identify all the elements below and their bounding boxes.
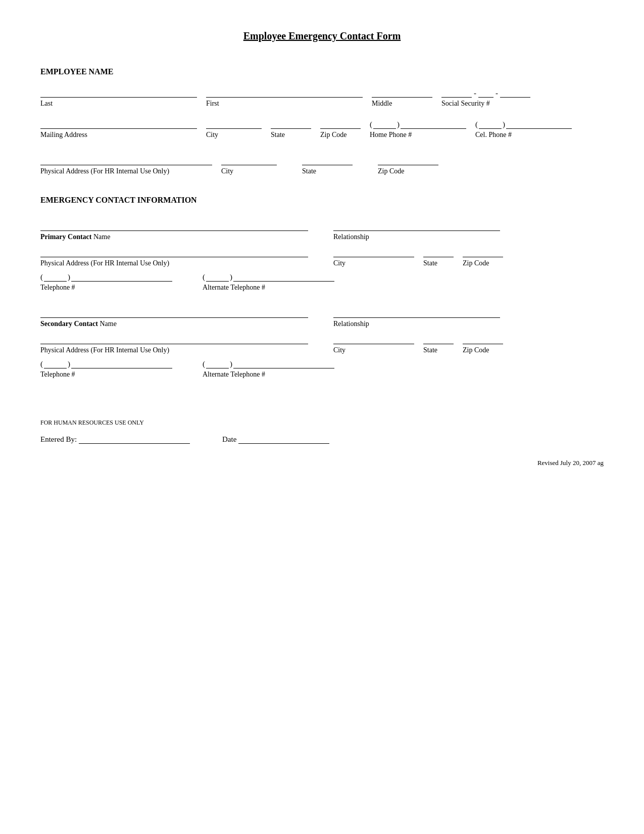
primary-alt-tel-number bbox=[233, 272, 334, 282]
physical-zip-field: Zip Code bbox=[378, 154, 438, 175]
middle-name-line[interactable] bbox=[372, 86, 432, 98]
secondary-physical-label: Physical Address (For HR Internal Use On… bbox=[40, 346, 308, 354]
cel-phone-field: ( ) Cel. Phone # bbox=[475, 120, 572, 139]
primary-state-label: State bbox=[423, 259, 454, 267]
ssn-line[interactable]: - - bbox=[441, 88, 548, 98]
secondary-contact-name-row: Secondary Contact Name Relationship bbox=[40, 307, 604, 328]
secondary-telephone-wrap: ( ) Telephone # bbox=[40, 359, 172, 379]
secondary-alt-tel-paren-close: ) bbox=[230, 360, 232, 368]
secondary-alt-telephone-label: Alternate Telephone # bbox=[203, 370, 334, 379]
hr-row: Entered By: Date bbox=[40, 434, 604, 444]
primary-telephone-line[interactable]: ( ) bbox=[40, 272, 172, 282]
mailing-city-field: City bbox=[206, 118, 262, 139]
primary-contact-name-word: Name bbox=[93, 233, 110, 241]
physical-zip-line[interactable] bbox=[378, 154, 438, 165]
mailing-row: Mailing Address City State Zip Code ( ) … bbox=[40, 118, 604, 139]
secondary-state-line[interactable] bbox=[423, 333, 454, 344]
primary-zip-label: Zip Code bbox=[463, 259, 503, 267]
primary-city-line[interactable] bbox=[333, 246, 414, 257]
page-title: Employee Emergency Contact Form bbox=[40, 30, 604, 42]
ssn-part1 bbox=[441, 88, 472, 98]
secondary-contact-name-label: Secondary Contact Name bbox=[40, 320, 308, 328]
ssn-part3 bbox=[500, 88, 530, 98]
secondary-tel-paren-open: ( bbox=[40, 360, 43, 368]
primary-telephone-label: Telephone # bbox=[40, 284, 172, 292]
secondary-physical-field: Physical Address (For HR Internal Use On… bbox=[40, 333, 308, 354]
secondary-city-line[interactable] bbox=[333, 333, 414, 344]
primary-physical-line[interactable] bbox=[40, 246, 308, 257]
ssn-dash1: - bbox=[474, 89, 476, 98]
primary-state-field: State bbox=[423, 246, 454, 267]
primary-contact-name-field: Primary Contact Name bbox=[40, 220, 308, 241]
cel-phone-line[interactable]: ( ) bbox=[475, 120, 572, 129]
primary-alt-tel-paren-close: ) bbox=[230, 273, 232, 282]
primary-relationship-line[interactable] bbox=[333, 220, 500, 231]
mailing-state-line[interactable] bbox=[271, 118, 311, 129]
secondary-telephone-line[interactable]: ( ) bbox=[40, 359, 172, 368]
date-field: Date bbox=[222, 434, 338, 444]
ssn-field: - - Social Security # bbox=[441, 88, 548, 108]
primary-zip-field: Zip Code bbox=[463, 246, 503, 267]
physical-address-label: Physical Address (For HR Internal Use On… bbox=[40, 167, 212, 175]
secondary-physical-line[interactable] bbox=[40, 333, 308, 344]
primary-contact-bold-label: Primary Contact bbox=[40, 233, 91, 241]
cel-phone-paren-open: ( bbox=[475, 120, 478, 129]
secondary-alt-telephone-wrap: ( ) Alternate Telephone # bbox=[203, 359, 334, 379]
secondary-zip-label: Zip Code bbox=[463, 346, 503, 354]
physical-city-label: City bbox=[221, 167, 277, 175]
entered-by-field: Entered By: bbox=[40, 434, 192, 444]
secondary-contact-name-line[interactable] bbox=[40, 307, 308, 318]
secondary-phone-row: ( ) Telephone # ( ) Alternate Telephone … bbox=[40, 359, 604, 379]
entered-by-line[interactable] bbox=[79, 434, 190, 444]
secondary-relationship-field: Relationship bbox=[333, 307, 500, 328]
date-label-text: Date bbox=[222, 435, 236, 444]
physical-address-field: Physical Address (For HR Internal Use On… bbox=[40, 154, 212, 175]
secondary-zip-field: Zip Code bbox=[463, 333, 503, 354]
revised-text: Revised July 20, 2007 ag bbox=[40, 459, 604, 467]
date-line[interactable] bbox=[238, 434, 329, 444]
mailing-city-label: City bbox=[206, 131, 262, 139]
primary-relationship-label: Relationship bbox=[333, 233, 500, 241]
secondary-telephone-label: Telephone # bbox=[40, 370, 172, 379]
last-name-line[interactable] bbox=[40, 86, 197, 98]
mailing-address-line[interactable] bbox=[40, 118, 197, 129]
first-name-line[interactable] bbox=[206, 86, 363, 98]
primary-alt-telephone-wrap: ( ) Alternate Telephone # bbox=[203, 272, 334, 292]
secondary-alt-tel-area bbox=[206, 359, 229, 368]
physical-address-line[interactable] bbox=[40, 154, 212, 165]
secondary-zip-line[interactable] bbox=[463, 333, 503, 344]
primary-alt-tel-paren-open: ( bbox=[203, 273, 205, 282]
cel-phone-label: Cel. Phone # bbox=[475, 131, 572, 139]
last-name-label: Last bbox=[40, 100, 197, 108]
primary-contact-name-row: Primary Contact Name Relationship bbox=[40, 220, 604, 241]
primary-state-line[interactable] bbox=[423, 246, 454, 257]
mailing-zip-label: Zip Code bbox=[320, 131, 361, 139]
secondary-contact-name-field: Secondary Contact Name bbox=[40, 307, 308, 328]
hr-section: FOR HUMAN RESOURCES USE ONLY Entered By:… bbox=[40, 419, 604, 467]
primary-tel-area bbox=[44, 272, 67, 282]
home-phone-label: Home Phone # bbox=[370, 131, 466, 139]
secondary-tel-number bbox=[71, 359, 172, 368]
primary-alt-telephone-label: Alternate Telephone # bbox=[203, 284, 334, 292]
emergency-contact-heading: EMERGENCY CONTACT INFORMATION bbox=[40, 196, 604, 205]
primary-alt-telephone-line[interactable]: ( ) bbox=[203, 272, 334, 282]
mailing-city-line[interactable] bbox=[206, 118, 262, 129]
hr-label: FOR HUMAN RESOURCES USE ONLY bbox=[40, 419, 604, 427]
primary-zip-line[interactable] bbox=[463, 246, 503, 257]
physical-state-line[interactable] bbox=[302, 154, 353, 165]
secondary-physical-row: Physical Address (For HR Internal Use On… bbox=[40, 333, 604, 354]
physical-city-line[interactable] bbox=[221, 154, 277, 165]
home-phone-line[interactable]: ( ) bbox=[370, 120, 466, 129]
secondary-relationship-line[interactable] bbox=[333, 307, 500, 318]
mailing-state-label: State bbox=[271, 131, 311, 139]
secondary-relationship-label: Relationship bbox=[333, 320, 500, 328]
cel-phone-number bbox=[506, 120, 572, 129]
entered-by-label-text: Entered By: bbox=[40, 435, 77, 444]
mailing-zip-line[interactable] bbox=[320, 118, 361, 129]
cel-phone-area bbox=[479, 120, 502, 129]
secondary-contact-bold-label: Secondary Contact bbox=[40, 320, 98, 328]
secondary-alt-telephone-line[interactable]: ( ) bbox=[203, 359, 334, 368]
primary-contact-name-line[interactable] bbox=[40, 220, 308, 231]
primary-physical-row: Physical Address (For HR Internal Use On… bbox=[40, 246, 604, 267]
secondary-tel-paren-close: ) bbox=[68, 360, 70, 368]
